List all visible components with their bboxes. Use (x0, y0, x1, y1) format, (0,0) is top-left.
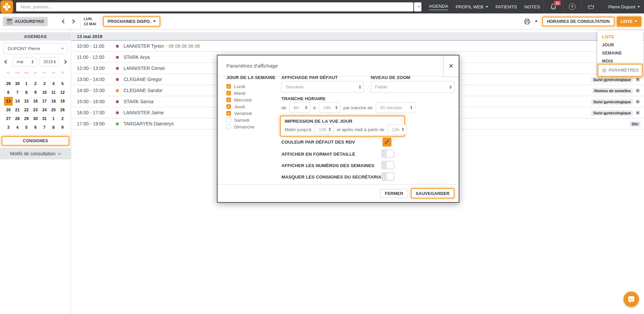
calendar-day[interactable]: 25 (49, 106, 58, 114)
search-dropdown-toggle[interactable] (414, 2, 421, 11)
nav-item-patients[interactable]: PATIENTS (492, 0, 521, 13)
weekday-checkbox-row[interactable]: ✓Mercredi (226, 96, 255, 103)
calendar-day[interactable]: 31 (40, 114, 49, 123)
view-mode-button[interactable]: LISTE (617, 16, 641, 27)
default-view-select[interactable]: Semaine (281, 81, 364, 93)
calendar-day[interactable]: 20 (4, 106, 13, 114)
modal-close-button[interactable]: × (443, 55, 459, 77)
calendar-day[interactable]: 11 (49, 88, 58, 97)
nav-item-notes[interactable]: NOTES (521, 0, 544, 13)
calendar-day[interactable]: 19 (58, 97, 67, 106)
next-day-button[interactable] (71, 19, 75, 24)
weekday-checkbox-row[interactable]: ✓Mardi (226, 90, 255, 96)
prochaines-dispo-button[interactable]: PROCHAINES DISPO. (103, 16, 160, 27)
appointment-row[interactable]: 10:00 - 11:00LANNISTER Tyrion- 06 06 06 … (72, 41, 644, 52)
afternoon-hour-select[interactable]: 13h (387, 124, 407, 134)
previous-month-button[interactable] (4, 60, 8, 64)
calendar-day[interactable]: 5 (22, 123, 31, 132)
calendar-day[interactable]: 8 (22, 88, 31, 97)
month-select[interactable]: mai (12, 57, 37, 67)
view-menu-item-parametres[interactable]: PARAMÈTRES (598, 64, 643, 77)
week-numbers-toggle[interactable] (381, 161, 395, 169)
calendar-day[interactable]: 27 (4, 114, 13, 123)
checkbox-checked-icon[interactable]: ✓ (226, 111, 231, 116)
help-button[interactable]: ? (563, 0, 581, 13)
user-menu[interactable]: Pierre Dupont (600, 0, 644, 13)
calendar-day[interactable]: 4 (49, 79, 58, 88)
default-color-checkbox[interactable] (382, 138, 392, 147)
checkbox-unchecked-icon[interactable] (226, 118, 231, 122)
weekday-checkbox-row[interactable]: ✓Jeudi (226, 103, 255, 110)
weekday-checkbox-row[interactable]: ✓Vendredi (226, 110, 255, 117)
calendar-day[interactable]: 18 (49, 97, 58, 106)
calendar-day[interactable]: 10 (40, 88, 49, 97)
calendar-day[interactable]: 16 (31, 97, 40, 106)
checkbox-checked-icon[interactable]: ✓ (226, 97, 231, 102)
calendar-day[interactable]: 6 (31, 123, 40, 132)
sauvegarder-button[interactable]: SAUVEGARDER (411, 188, 454, 198)
calendar-day[interactable]: 29 (22, 114, 31, 123)
calendar-day[interactable]: 29 (4, 79, 13, 88)
calendar-day[interactable]: 7 (40, 123, 49, 132)
checkbox-checked-icon[interactable]: ✓ (226, 104, 231, 109)
detailed-format-toggle[interactable] (381, 149, 395, 158)
view-menu-item-semaine[interactable]: SEMAINE (597, 49, 643, 57)
zoom-level-select[interactable]: Faible (371, 81, 455, 93)
calendar-day[interactable]: 3 (4, 123, 13, 132)
calendar-day[interactable]: 9 (31, 88, 40, 97)
calendar-day[interactable]: 21 (13, 106, 22, 114)
notifications-button[interactable]: 13 (544, 0, 563, 13)
agenda-select[interactable]: DUPONT Pierre (3, 43, 67, 54)
checkbox-unchecked-icon[interactable] (226, 124, 231, 129)
start-hour-select[interactable]: 8h (289, 102, 310, 113)
nav-item-agenda[interactable]: AGENDA (425, 0, 452, 13)
morning-hour-select[interactable]: 13h (314, 124, 334, 134)
calendar-day[interactable]: 7 (13, 88, 22, 97)
calendar-day[interactable]: 2 (31, 79, 40, 88)
checkbox-checked-icon[interactable]: ✓ (226, 91, 231, 95)
calendar-day[interactable]: 30 (31, 114, 40, 123)
calendar-day[interactable]: 14 (13, 97, 22, 106)
weekday-checkbox-row[interactable]: Samedi (226, 117, 255, 123)
calendar-day[interactable]: 17 (40, 97, 49, 106)
calendar-day[interactable]: 23 (31, 106, 40, 114)
calendar-day[interactable]: 22 (22, 106, 31, 114)
calendar-day[interactable]: 9 (58, 123, 67, 132)
calendar-day[interactable]: 24 (40, 106, 49, 114)
hide-consignes-toggle[interactable] (381, 172, 395, 181)
calendar-day[interactable]: 1 (22, 79, 31, 88)
nav-item-profil-web[interactable]: PROFIL WEB (452, 0, 492, 13)
view-menu-item-liste[interactable]: LISTE (597, 33, 643, 41)
weekday-checkbox-row[interactable]: ✓Lundi (226, 83, 255, 90)
calendar-day[interactable]: 4 (13, 123, 22, 132)
chat-button[interactable] (624, 291, 639, 307)
weekday-checkbox-row[interactable]: Dimanche (226, 123, 255, 130)
checkbox-checked-icon[interactable]: ✓ (226, 84, 231, 89)
horaires-consultation-button[interactable]: HORAIRES DE CONSULTATION (542, 17, 614, 26)
calendar-day[interactable]: 1 (49, 114, 58, 123)
patient-search-input[interactable] (16, 2, 413, 11)
calendar-day[interactable]: 28 (13, 114, 22, 123)
premium-button[interactable] (582, 0, 600, 13)
calendar-day[interactable]: 3 (40, 79, 49, 88)
calendar-day[interactable]: 15 (22, 97, 31, 106)
calendar-day[interactable]: 13 (4, 97, 13, 106)
calendar-day[interactable]: 2 (58, 114, 67, 123)
calendar-day[interactable]: 5 (58, 79, 67, 88)
previous-day-button[interactable] (62, 19, 66, 24)
consignes-button[interactable]: CONSIGNES (2, 136, 69, 146)
motifs-dropdown[interactable]: Motifs de consultation (0, 148, 71, 159)
year-select[interactable]: 2019 (39, 57, 59, 67)
calendar-day[interactable]: 12 (58, 88, 67, 97)
next-month-button[interactable] (63, 60, 66, 64)
calendar-day[interactable]: 8 (49, 123, 58, 132)
slot-duration-select[interactable]: 30 minutes (376, 102, 415, 113)
fermer-button[interactable]: FERMER (380, 189, 408, 198)
end-hour-select[interactable]: 19h (319, 102, 340, 113)
print-button[interactable] (523, 18, 538, 25)
view-menu-item-jour[interactable]: JOUR (597, 41, 643, 49)
today-button[interactable]: 21 AUJOURD'HUI (3, 17, 48, 26)
calendar-day[interactable]: 26 (58, 106, 67, 114)
calendar-day[interactable]: 6 (4, 88, 13, 97)
app-logo-icon[interactable] (0, 0, 13, 13)
